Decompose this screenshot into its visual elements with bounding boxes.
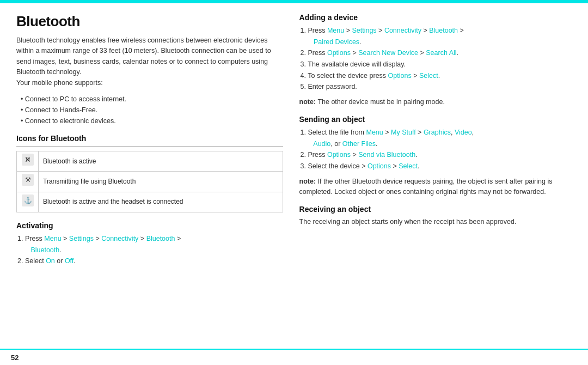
settings-link: Settings xyxy=(69,235,94,242)
sending-note: note: If the other Bluetooth device requ… xyxy=(299,177,572,198)
table-row: ⚓ Bluetooth is active and the headset is… xyxy=(17,192,283,212)
list-item: 5. Enter password. xyxy=(301,81,572,93)
connectivity-link: Connectivity xyxy=(384,27,421,34)
icon-cell: ✕ ⚐ xyxy=(17,151,39,171)
receiving-section: Receiving an object The receiving an obj… xyxy=(299,205,572,227)
list-item: 2. Select On or Off. xyxy=(17,256,283,267)
adding-section: Adding a device 1. Press Menu > Settings… xyxy=(299,13,572,107)
icons-section-title: Icons for Bluetooth xyxy=(16,134,283,143)
svg-text:⚐: ⚐ xyxy=(24,156,30,163)
icon-description: Bluetooth is active and the headset is c… xyxy=(39,192,283,212)
on-link: On xyxy=(46,257,55,265)
svg-text:⚒: ⚒ xyxy=(24,176,30,184)
list-item: 1. Select the file from Menu > My Stuff … xyxy=(301,127,572,149)
left-column: Bluetooth Bluetooth technology enables f… xyxy=(16,13,283,339)
receiving-body: The receiving an object starts only when… xyxy=(299,217,572,227)
bluetooth-icon-transmitting: ⚒ xyxy=(22,174,34,186)
supports-list: Connect to PC to access internet. Connec… xyxy=(16,94,283,126)
page-title: Bluetooth xyxy=(16,13,283,30)
right-column: Adding a device 1. Press Menu > Settings… xyxy=(299,13,572,339)
sending-title: Sending an object xyxy=(299,115,572,124)
list-item: 3. Select the device > Options > Select. xyxy=(301,161,572,172)
list-item: 2. Press Options > Search New Device > S… xyxy=(301,47,572,59)
activating-steps: 1. Press Menu > Settings > Connectivity … xyxy=(16,233,283,267)
svg-text:⚓: ⚓ xyxy=(23,196,32,204)
bluetooth-link: Bluetooth xyxy=(429,27,458,34)
sending-section: Sending an object 1. Select the file fro… xyxy=(299,115,572,197)
icons-section: Icons for Bluetooth ✕ ⚐ Bluetooth is act… xyxy=(16,134,283,212)
bluetooth-icons-table: ✕ ⚐ Bluetooth is active ⚒ xyxy=(16,151,283,212)
list-item: 2. Press Options > Send via Bluetooth. xyxy=(301,149,572,161)
menu-link: Menu xyxy=(327,27,344,34)
settings-link: Settings xyxy=(352,27,376,34)
send-via-bt-link: Send via Bluetooth xyxy=(358,151,415,159)
options-link: Options xyxy=(327,151,351,159)
icon-description: Transmitting file using Bluetooth xyxy=(39,172,283,192)
receiving-title: Receiving an object xyxy=(299,205,572,214)
select-link: Select xyxy=(419,72,438,80)
list-item: 4. To select the device press Options > … xyxy=(301,70,572,82)
off-link: Off xyxy=(65,257,74,265)
select-link: Select xyxy=(399,162,418,170)
icon-cell: ⚒ xyxy=(17,172,39,192)
list-item: 1. Press Menu > Settings > Connectivity … xyxy=(301,25,572,47)
search-new-device-link: Search New Device xyxy=(358,49,418,57)
bottom-bar: 52 xyxy=(0,349,588,365)
video-link: Video xyxy=(455,129,472,136)
menu-link: Menu xyxy=(366,129,383,136)
options-link2: Options xyxy=(388,72,412,80)
bluetooth-icon-active: ✕ ⚐ xyxy=(22,154,34,166)
bluetooth-link: Bluetooth xyxy=(146,235,175,242)
intro-paragraph: Bluetooth technology enables free wirele… xyxy=(16,35,283,88)
table-row: ✕ ⚐ Bluetooth is active xyxy=(17,151,283,171)
graphics-link: Graphics xyxy=(424,129,451,136)
section-divider xyxy=(16,146,283,147)
activating-section: Activating 1. Press Menu > Settings > Co… xyxy=(16,221,283,267)
mystuff-link: My Stuff xyxy=(391,129,416,136)
menu-link: Menu xyxy=(44,235,61,242)
page-number: 52 xyxy=(11,354,19,362)
adding-steps: 1. Press Menu > Settings > Connectivity … xyxy=(299,25,572,93)
list-item: 3. The available device will display. xyxy=(301,59,572,70)
list-item: Connect to electronic devices. xyxy=(21,115,283,126)
icon-description: Bluetooth is active xyxy=(39,151,283,171)
sending-steps: 1. Select the file from Menu > My Stuff … xyxy=(299,127,572,172)
adding-note: note: The other device must be in pairin… xyxy=(299,97,572,107)
connectivity-link: Connectivity xyxy=(101,235,138,242)
options-link: Options xyxy=(327,49,351,57)
otherfiles-link: Other Files xyxy=(342,140,376,148)
audio-link: Audio xyxy=(313,140,330,148)
bluetooth-icon-headset: ⚓ xyxy=(22,194,34,206)
paired-devices-link: Paired Devices xyxy=(314,38,359,46)
table-row: ⚒ Transmitting file using Bluetooth xyxy=(17,172,283,192)
list-item: 1. Press Menu > Settings > Connectivity … xyxy=(17,233,283,256)
list-item: Connect to PC to access internet. xyxy=(21,94,283,105)
activating-title: Activating xyxy=(16,221,283,230)
icon-cell: ⚓ xyxy=(17,192,39,212)
options-link2: Options xyxy=(367,162,391,170)
bluetooth-link2: Bluetooth xyxy=(30,246,59,254)
adding-title: Adding a device xyxy=(299,13,572,22)
search-all-link: Search All xyxy=(426,49,456,57)
list-item: Connect to Hands-Free. xyxy=(21,105,283,115)
